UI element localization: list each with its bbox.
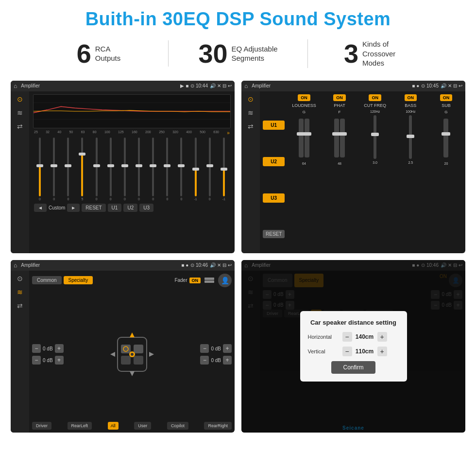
slider-6[interactable]: 0 [105,138,117,201]
bass-slider[interactable] [409,115,412,159]
amp-sidebar-icon-3[interactable]: ⇄ [248,122,254,130]
amp-home-icon[interactable]: ⌂ [244,83,248,89]
db-control-3: − 0 dB + [200,344,232,353]
prev-preset-btn[interactable]: ◄ [34,204,47,212]
eq-sidebar-icon-3[interactable]: ⇄ [17,122,23,130]
slider-5[interactable]: 0 [91,138,102,201]
svg-marker-14 [149,352,154,357]
u2-btn[interactable]: U2 [123,204,137,212]
fader-rec-icon: ■ ● [181,262,188,268]
u1-amp-btn[interactable]: U1 [263,121,285,130]
cutfreq-hz-label: 120Hz [370,110,380,113]
slider-8[interactable]: 0 [133,138,145,201]
driver-zone-btn[interactable]: Driver [32,422,51,430]
u1-btn[interactable]: U1 [108,204,122,212]
db-value-2: 0 dB [43,358,53,363]
svg-rect-4 [121,345,131,353]
home-icon[interactable]: ⌂ [14,83,17,89]
rear-right-zone-btn[interactable]: RearRight [204,422,232,430]
freq-320: 320 [172,130,178,136]
u3-amp-btn[interactable]: U3 [263,193,285,203]
stat-rca: 6 RCAOutputs [29,40,168,67]
u2-amp-btn[interactable]: U2 [263,157,285,166]
speaker-diagram-svg [101,323,164,386]
fader-home-icon[interactable]: ⌂ [14,262,17,269]
bass-on-btn[interactable]: ON [405,94,417,101]
horizontal-plus-btn[interactable]: + [377,332,387,342]
eq-sidebar-icon-2[interactable]: ≋ [17,109,23,117]
db-minus-3[interactable]: − [200,344,209,353]
db-plus-1[interactable]: + [55,344,64,353]
reset-btn[interactable]: RESET [82,204,105,212]
common-tab[interactable]: Common [32,276,62,284]
eq-left-sidebar: ⊙ ≋ ⇄ [11,91,29,253]
fader-on-btn[interactable]: ON [189,278,201,283]
slider-7[interactable]: 0 [119,138,131,201]
slider-1[interactable]: 0 [34,138,46,201]
db-plus-4[interactable]: + [223,356,232,365]
freq-500: 500 [200,130,205,136]
freq-32: 32 [46,130,50,136]
phat-slider[interactable] [334,119,339,157]
slider-13[interactable]: 0 [204,138,216,201]
all-zone-btn[interactable]: All [108,422,119,430]
db-plus-3[interactable]: + [223,344,232,353]
dialog-overlay: Car speaker distance setting Horizontal … [241,260,465,433]
slider-3[interactable]: 0 [62,138,74,201]
fader-time: ⊙ 10:46 [190,262,208,268]
slider-10[interactable]: 0 [161,138,173,201]
channel-cols: ON LOUDNESS G 64 [288,94,462,250]
confirm-button[interactable]: Confirm [331,361,375,374]
fader-sidebar-icon-3[interactable]: ⇄ [17,302,23,310]
loudness-slider2[interactable] [305,119,309,157]
slider-12[interactable]: -1 [190,138,202,201]
slider-9[interactable]: 0 [147,138,159,201]
phat-on-btn[interactable]: ON [333,94,346,101]
slider-14[interactable]: -1 [218,138,230,201]
sub-on-btn[interactable]: ON [440,94,453,101]
db-minus-4[interactable]: − [200,356,209,365]
user-zone-btn[interactable]: User [134,422,151,430]
u3-btn[interactable]: U3 [139,204,153,212]
fader-text-label: Fader [174,278,187,283]
amp-time: ⊙ 10:45 [421,83,439,88]
slider-2[interactable]: 0 [48,138,60,201]
amp-sidebar-icon-2[interactable]: ≋ [248,109,254,117]
cutfreq-slider[interactable] [374,115,376,159]
bass-val: 2.5 [408,161,413,164]
vertical-value: 110cm [355,348,374,355]
db-minus-1[interactable]: − [32,344,41,353]
amp-main: U1 U2 U3 RESET ON LOUDNESS G [260,91,465,253]
loudness-on-btn[interactable]: ON [298,94,310,101]
fader-sidebar-icon-1[interactable]: ⊙ [17,275,23,282]
copilot-zone-btn[interactable]: Copilot [167,422,188,430]
horizontal-value: 140cm [355,333,374,340]
horizontal-label: Horizontal [308,334,340,340]
loudness-col: ON LOUDNESS G 64 [288,94,320,250]
amp-reset-btn[interactable]: RESET [263,230,285,238]
horizontal-minus-btn[interactable]: − [342,332,352,342]
stats-row: 6 RCAOutputs 30 EQ AdjustableSegments 3 … [0,35,476,77]
fader-sidebar-icon-2[interactable]: ≋ [17,288,23,296]
cutfreq-on-btn[interactable]: ON [369,94,381,101]
db-minus-2[interactable]: − [32,356,41,365]
fader-main: Common Specialty Fader ON 👤 [29,271,235,433]
db-plus-2[interactable]: + [55,356,64,365]
slider-4[interactable]: 5 [76,138,88,201]
fader-status-bar: ⌂ Amplifier ■ ● ⊙ 10:46 🔊✕⊟↩ [11,260,235,271]
rear-left-zone-btn[interactable]: RearLeft [68,422,92,430]
specialty-tab[interactable]: Specialty [64,276,93,284]
svg-rect-5 [134,345,143,353]
slider-11[interactable]: 0 [175,138,187,201]
amp-sidebar-icon-1[interactable]: ⊙ [248,95,254,103]
db-control-2: − 0 dB + [32,356,64,365]
sub-slider[interactable] [443,119,448,157]
vertical-plus-btn[interactable]: + [377,347,387,356]
eq-sidebar-icon-1[interactable]: ⊙ [17,95,23,103]
vertical-label: Vertical [308,348,340,354]
loudness-slider[interactable] [299,119,304,157]
phat-slider2[interactable] [340,119,345,157]
vertical-minus-btn[interactable]: − [342,347,352,356]
next-preset-btn[interactable]: ► [67,204,80,212]
expand-icon[interactable]: » [227,130,230,136]
